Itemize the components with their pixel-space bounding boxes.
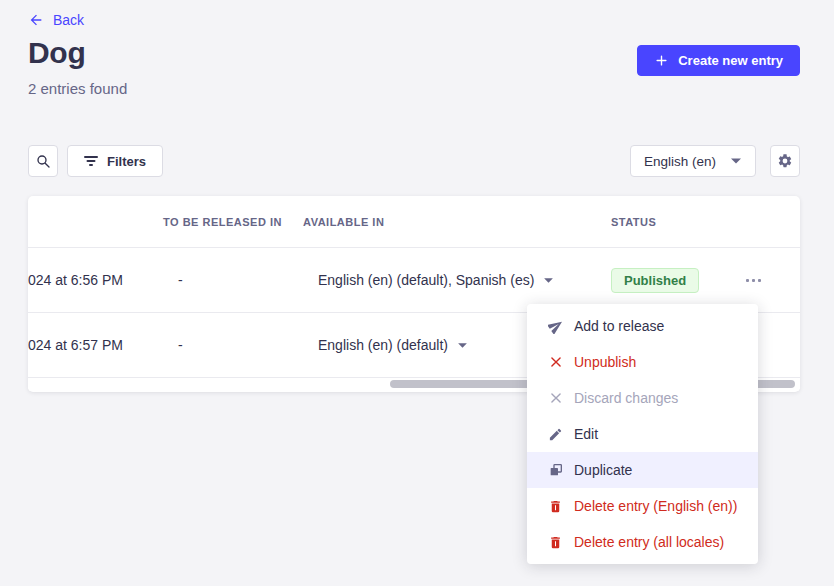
cross-icon [547,355,564,369]
send-icon [547,318,564,334]
create-new-entry-label: Create new entry [678,53,783,68]
filters-button[interactable]: Filters [67,145,163,177]
plus-icon [654,53,669,68]
cross-icon [547,391,564,405]
cell-available-in: English (en) (default), Spanish (es) [303,272,611,288]
menu-item-add-to-release[interactable]: Add to release [527,308,758,344]
chevron-down-icon[interactable] [543,277,554,284]
table-header-row: TO BE RELEASED IN AVAILABLE IN STATUS [28,196,800,248]
column-header-to-be-released-in[interactable]: TO BE RELEASED IN [163,216,303,228]
menu-item-discard-changes[interactable]: Discard changes [527,380,758,416]
menu-item-delete-entry-locale[interactable]: Delete entry (English (en)) [527,488,758,524]
toolbar: Filters English (en) [28,145,800,177]
search-icon [35,153,51,169]
create-new-entry-button[interactable]: Create new entry [637,45,800,76]
status-badge: Published [611,268,699,293]
column-header-status[interactable]: STATUS [611,216,737,228]
duplicate-icon [547,462,564,478]
trash-icon [547,499,564,514]
menu-item-unpublish[interactable]: Unpublish [527,344,758,380]
back-label: Back [53,12,84,28]
cell-actions [737,279,800,282]
page-title: Dog [28,36,85,70]
pencil-icon [547,427,564,442]
menu-item-delete-entry-all-locales[interactable]: Delete entry (all locales) [527,524,758,560]
cell-status: Published [611,268,737,293]
back-arrow-icon [28,12,44,28]
cell-updated: 024 at 6:56 PM [28,272,163,288]
row-actions-button[interactable] [737,279,800,282]
available-locales-text: English (en) (default) [318,337,448,353]
row-context-menu: Add to release Unpublish Discard changes… [527,304,758,564]
filter-icon [84,155,98,167]
cell-updated: 024 at 6:57 PM [28,337,163,353]
cell-to-be-released-in: - [163,272,303,288]
filters-label: Filters [107,154,146,169]
settings-button[interactable] [770,145,800,177]
menu-item-duplicate[interactable]: Duplicate [527,452,758,488]
menu-item-edit[interactable]: Edit [527,416,758,452]
entries-count: 2 entries found [28,80,127,97]
column-header-available-in[interactable]: AVAILABLE IN [303,216,611,228]
chevron-down-icon[interactable] [457,342,468,349]
trash-icon [547,535,564,550]
locale-select-value: English (en) [644,154,716,169]
chevron-down-icon [730,157,742,165]
cell-to-be-released-in: - [163,337,303,353]
search-button[interactable] [28,145,58,177]
available-locales-text: English (en) (default), Spanish (es) [318,272,534,288]
gear-icon [777,153,793,169]
back-link[interactable]: Back [28,12,84,28]
locale-select[interactable]: English (en) [630,145,756,177]
